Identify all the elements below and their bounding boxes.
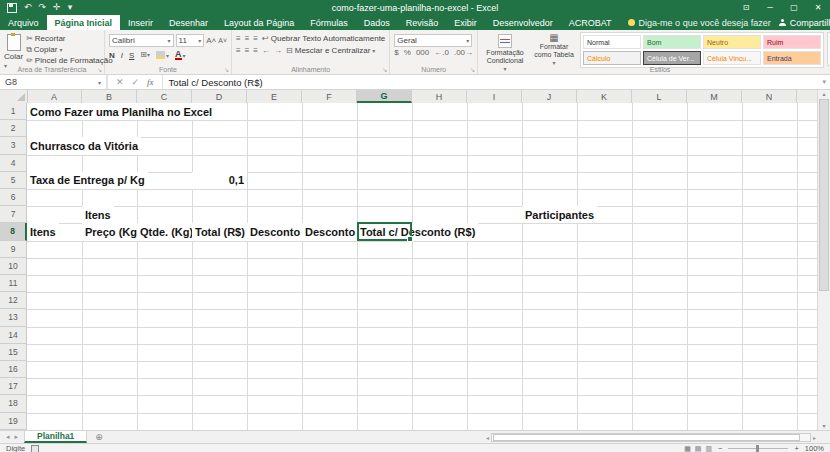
percent-style-icon[interactable]: % xyxy=(404,49,411,57)
italic-button[interactable]: I xyxy=(121,51,123,60)
align-middle-icon[interactable]: ≡ xyxy=(245,35,250,43)
cell-d5[interactable]: 0,1 xyxy=(192,172,247,189)
underline-button[interactable]: S xyxy=(129,51,134,60)
maximize-button[interactable]: ▢ xyxy=(782,0,806,15)
share-button[interactable]: Compartilhar xyxy=(779,15,830,30)
enter-icon[interactable]: ✓ xyxy=(132,77,140,87)
align-center-icon[interactable]: ≡ xyxy=(245,47,250,55)
increase-indent-icon[interactable]: → xyxy=(274,47,282,55)
row-header-1[interactable]: 1 xyxy=(0,103,27,120)
copy-button[interactable]: ⧉Copiar▾ xyxy=(26,45,113,54)
shrink-font-icon[interactable]: A˅ xyxy=(218,37,227,45)
paste-button[interactable]: Colar ▾ xyxy=(4,32,23,70)
column-header-i[interactable]: I xyxy=(467,90,522,103)
cell-style-bom[interactable]: Bom xyxy=(643,35,701,49)
name-box[interactable]: G8 ▾ xyxy=(0,75,108,89)
column-header-h[interactable]: H xyxy=(412,90,467,103)
grow-font-icon[interactable]: A˄ xyxy=(206,37,216,45)
horizontal-scrollbar[interactable]: ◂ ▸ xyxy=(486,431,830,443)
tab-inserir[interactable]: Inserir xyxy=(120,15,161,30)
row-header-8[interactable]: 8 xyxy=(0,223,27,240)
tab-formulas[interactable]: Fórmulas xyxy=(302,15,356,30)
column-header-n[interactable]: N xyxy=(742,90,797,103)
column-header-k[interactable]: K xyxy=(577,90,632,103)
cell-style-celula-de-ver[interactable]: Célula de Ver... xyxy=(643,51,701,65)
cell-style-ruim[interactable]: Ruim xyxy=(763,35,821,49)
insert-function-icon[interactable]: fx xyxy=(147,77,154,87)
merge-center-button[interactable]: ⊟Mesclar e Centralizar▾ xyxy=(286,46,375,55)
close-button[interactable]: ✕ xyxy=(806,0,830,15)
cell-b7[interactable]: Itens xyxy=(82,206,114,223)
save-icon[interactable] xyxy=(7,3,17,13)
expand-formula-bar-icon[interactable]: ▾ xyxy=(822,75,830,89)
hscroll-track[interactable] xyxy=(491,433,811,442)
prev-sheet-icon[interactable]: ◂ xyxy=(6,433,10,441)
font-size-select[interactable]: 11▾ xyxy=(176,34,205,47)
row-header-13[interactable]: 13 xyxy=(0,309,27,326)
row-header-19[interactable]: 19 xyxy=(0,413,27,430)
row-header-4[interactable]: 4 xyxy=(0,155,27,172)
page-layout-view-icon[interactable]: ▤ xyxy=(695,445,702,452)
row-header-7[interactable]: 7 xyxy=(0,206,27,223)
row-header-14[interactable]: 14 xyxy=(0,327,27,344)
borders-icon[interactable]: ⊞▾ xyxy=(140,51,150,59)
zoom-out-button[interactable]: − xyxy=(718,444,722,452)
vertical-scroll-thumb[interactable] xyxy=(819,99,829,291)
cell-style-normal[interactable]: Normal xyxy=(583,35,641,49)
tab-desenvolvedor[interactable]: Desenvolvedor xyxy=(485,15,561,30)
zoom-in-button[interactable]: + xyxy=(794,444,798,452)
alignment-dialog-launcher[interactable]: ↘ xyxy=(382,66,387,73)
cell-e8[interactable]: Desconto ( xyxy=(247,223,302,240)
tab-dados[interactable]: Dados xyxy=(356,15,398,30)
cell-a5[interactable]: Taxa de Entrega p/ Kg xyxy=(27,172,148,189)
cell-f8[interactable]: Desconto ( xyxy=(302,223,357,240)
page-break-view-icon[interactable]: ▥ xyxy=(705,445,712,452)
wrap-text-button[interactable]: ↩Quebrar Texto Automaticamente xyxy=(262,34,385,43)
tab-revisao[interactable]: Revisão xyxy=(398,15,447,30)
decrease-indent-icon[interactable]: ← xyxy=(262,47,270,55)
tab-layout-da-pagina[interactable]: Layout da Página xyxy=(216,15,302,30)
normal-view-icon[interactable]: ▦ xyxy=(684,445,691,452)
format-painter-button[interactable]: ✏Pincel de Formatação xyxy=(26,56,113,65)
cell-a8[interactable]: Itens xyxy=(27,223,59,240)
vertical-scrollbar[interactable]: ▴ ▾ xyxy=(817,90,830,430)
comma-style-icon[interactable]: 000 xyxy=(416,49,429,57)
hscroll-left-icon[interactable]: ◂ xyxy=(486,434,489,441)
tab-acrobat[interactable]: ACROBAT xyxy=(561,15,620,30)
cell-a1[interactable]: Como Fazer uma Planilha no Excel xyxy=(27,103,215,120)
zoom-level[interactable]: 100% xyxy=(805,444,824,452)
cell-style-calculo[interactable]: Cálculo xyxy=(583,51,641,65)
undo-icon[interactable]: ↶ xyxy=(24,3,32,12)
column-header-partial[interactable] xyxy=(797,90,818,103)
number-format-select[interactable]: Geral▾ xyxy=(394,34,472,47)
column-header-d[interactable]: D xyxy=(192,90,247,103)
font-color-button[interactable]: A▾ xyxy=(175,50,186,60)
decrease-decimal-icon[interactable]: .00→ xyxy=(454,49,473,57)
tell-me-box[interactable]: Diga-me o que você deseja fazer xyxy=(620,15,779,30)
currency-format-icon[interactable]: $ xyxy=(394,49,398,57)
minimize-button[interactable]: ─ xyxy=(758,0,782,15)
cut-button[interactable]: ✂Recortar xyxy=(26,34,113,43)
font-family-select[interactable]: Calibri▾ xyxy=(109,34,174,47)
cancel-icon[interactable]: ✕ xyxy=(116,77,124,87)
scroll-up-icon[interactable]: ▴ xyxy=(822,90,825,97)
row-header-17[interactable]: 17 xyxy=(0,378,27,395)
sheet-tab-planilha1[interactable]: Planilha1 xyxy=(24,431,87,443)
row-header-2[interactable]: 2 xyxy=(0,120,27,137)
row-header-5[interactable]: 5 xyxy=(0,172,27,189)
bold-button[interactable]: N xyxy=(109,51,115,60)
ribbon-display-options-button[interactable]: ⊡ xyxy=(734,0,758,15)
column-header-g[interactable]: G xyxy=(357,90,412,103)
tab-desenhar[interactable]: Desenhar xyxy=(161,15,216,30)
fill-color-button[interactable]: ▾ xyxy=(156,51,169,59)
cell-d8[interactable]: Total (R$) xyxy=(192,223,248,240)
name-box-dropdown-icon[interactable]: ▾ xyxy=(98,79,101,86)
clipboard-dialog-launcher[interactable]: ↘ xyxy=(97,66,102,73)
grid-canvas[interactable]: 12345678910111213141516171819Como Fazer … xyxy=(0,103,818,430)
cell-a3[interactable]: Churrasco da Vitória xyxy=(27,137,141,154)
row-header-9[interactable]: 9 xyxy=(0,241,27,258)
row-header-12[interactable]: 12 xyxy=(0,292,27,309)
align-right-icon[interactable]: ≡ xyxy=(253,47,258,55)
cell-style-entrada[interactable]: Entrada xyxy=(763,51,821,65)
new-sheet-button[interactable]: ⊕ xyxy=(87,431,111,443)
